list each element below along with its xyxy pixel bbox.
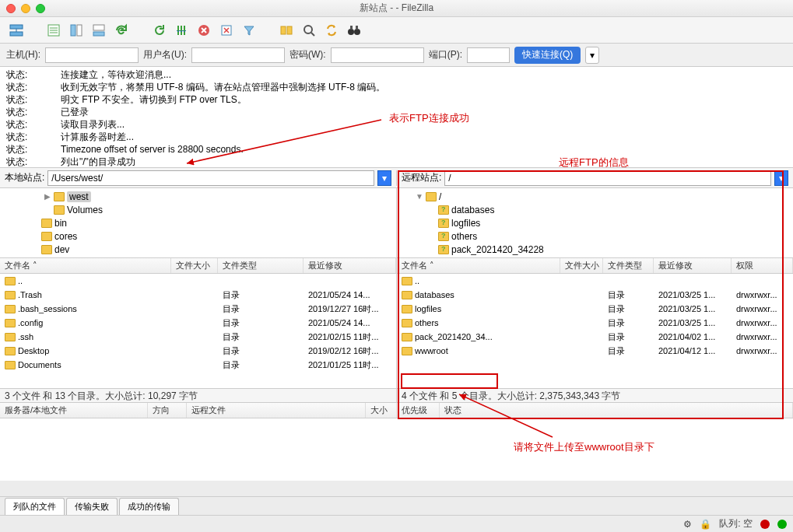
expand-icon[interactable]: ▶ (44, 192, 51, 201)
remote-col-name[interactable]: 文件名 ˄ (397, 258, 560, 273)
svg-rect-1 (10, 32, 23, 36)
message-log[interactable]: 状态:连接建立，等待欢迎消息...状态:收到无效字节，将禁用 UTF-8 编码。… (0, 67, 793, 168)
minimize-button[interactable] (21, 4, 30, 13)
list-item[interactable]: pack_2021420_34...目录2021/04/02 1...drwxr… (397, 330, 793, 344)
sitemanager-icon[interactable] (6, 21, 26, 40)
remote-col-type[interactable]: 文件类型 (603, 258, 654, 273)
sync-icon[interactable] (321, 21, 342, 40)
gear-icon[interactable]: ⚙ (683, 519, 692, 530)
log-label: 状态: (6, 131, 61, 143)
list-item[interactable]: Desktop目录2019/02/12 16时... (0, 344, 396, 358)
local-col-mod[interactable]: 最近修改 (304, 258, 396, 273)
folder-icon (402, 277, 412, 285)
list-item[interactable]: Documents目录2021/01/25 11时... (0, 358, 396, 372)
list-item[interactable]: databases目录2021/03/25 1...drwxrwxr... (397, 288, 793, 302)
log-message: 列出"/"的目录成功 (61, 156, 135, 168)
disconnect-icon[interactable] (216, 21, 237, 40)
maximize-button[interactable] (36, 4, 45, 13)
local-col-size[interactable]: 文件大小 (171, 258, 218, 273)
tree-item[interactable]: dev (3, 243, 393, 256)
queue-col-status[interactable]: 状态 (440, 403, 793, 418)
tree-item[interactable]: logfiles (400, 216, 790, 229)
cancel-icon[interactable] (194, 21, 214, 40)
expand-icon[interactable]: ▼ (416, 192, 423, 201)
list-item[interactable]: .. (0, 274, 396, 288)
process-queue-icon[interactable] (171, 21, 191, 40)
remote-list-body[interactable]: ..databases目录2021/03/25 1...drwxrwxr...l… (397, 274, 793, 388)
remote-file-list: 文件名 ˄ 文件大小 文件类型 最近修改 权限 ..databases目录202… (396, 258, 793, 388)
queue-col-remote[interactable]: 远程文件 (187, 403, 366, 418)
filter-icon[interactable] (239, 21, 259, 40)
toggle-queue-icon[interactable] (89, 21, 109, 40)
tree-item[interactable]: Volumes (3, 203, 393, 216)
compare-icon[interactable] (276, 21, 296, 40)
folder-icon (438, 205, 449, 215)
local-path-input[interactable] (47, 170, 374, 186)
list-item[interactable]: wwwroot目录2021/04/12 1...drwxrwxr... (397, 344, 793, 358)
tab-success[interactable]: 成功的传输 (119, 498, 179, 515)
quickconnect-history-dropdown[interactable]: ▾ (585, 47, 599, 64)
list-item[interactable]: .bash_sessions目录2019/12/27 16时... (0, 302, 396, 316)
queue-body[interactable] (0, 418, 793, 481)
tree-item[interactable]: ▼/ (400, 190, 790, 203)
user-input[interactable] (191, 47, 285, 63)
remote-tree[interactable]: ▼/databaseslogfilesotherspack_2021420_34… (396, 188, 793, 257)
list-item[interactable]: .. (397, 274, 793, 288)
log-message: 读取目录列表... (61, 118, 125, 131)
port-input[interactable] (467, 47, 510, 63)
tab-failed[interactable]: 传输失败 (66, 498, 118, 515)
tree-label: bin (54, 218, 67, 229)
folder-icon (41, 245, 52, 254)
remote-path-dropdown[interactable]: ▾ (774, 170, 788, 186)
folder-icon (5, 291, 16, 299)
binoculars-icon[interactable] (344, 21, 364, 40)
folder-icon (54, 205, 65, 215)
local-col-name[interactable]: 文件名 ˄ (0, 258, 171, 273)
queue-col-server[interactable]: 服务器/本地文件 (0, 403, 148, 418)
remote-path-label: 远程站点: (402, 171, 441, 184)
folder-icon (402, 333, 412, 341)
queue-col-dir[interactable]: 方向 (148, 403, 187, 418)
tree-item[interactable]: others (400, 229, 790, 243)
host-input[interactable] (45, 47, 139, 63)
close-button[interactable] (6, 4, 16, 13)
local-list-body[interactable]: ...Trash目录2021/05/24 14....bash_sessions… (0, 274, 396, 388)
tree-item[interactable]: bin (3, 216, 393, 229)
toggle-log-icon[interactable] (44, 21, 64, 40)
list-item[interactable]: .Trash目录2021/05/24 14... (0, 288, 396, 302)
list-item[interactable]: .config目录2021/05/24 14... (0, 316, 396, 330)
lock-icon[interactable]: 🔒 (700, 519, 711, 530)
folder-icon (5, 333, 16, 341)
tree-item[interactable]: ▶west (3, 190, 393, 203)
tree-item[interactable]: databases (400, 203, 790, 216)
toolbar (0, 17, 793, 44)
pass-input[interactable] (331, 47, 424, 63)
tree-label: others (451, 231, 477, 242)
quickconnect-button[interactable]: 快速连接(Q) (514, 47, 581, 64)
list-item[interactable]: .ssh目录2021/02/15 11时... (0, 330, 396, 344)
reconnect-icon[interactable] (149, 21, 169, 40)
remote-path-input[interactable] (444, 170, 771, 186)
tree-label: dev (54, 244, 69, 255)
refresh-icon[interactable] (111, 21, 132, 40)
list-item[interactable]: logfiles目录2021/03/25 1...drwxrwxr... (397, 302, 793, 316)
user-label: 用户名(U): (143, 48, 187, 61)
log-label: 状态: (6, 93, 61, 106)
remote-col-mod[interactable]: 最近修改 (654, 258, 732, 273)
queue-col-prio[interactable]: 优先级 (397, 403, 440, 418)
folder-icon (438, 232, 449, 241)
remote-col-perm[interactable]: 权限 (732, 258, 793, 273)
tab-queued[interactable]: 列队的文件 (5, 498, 65, 515)
local-col-type[interactable]: 文件类型 (218, 258, 304, 273)
list-item[interactable]: others目录2021/03/25 1...drwxrwxr... (397, 316, 793, 330)
log-label: 状态: (6, 106, 61, 118)
local-tree[interactable]: ▶westVolumesbincoresdev (0, 188, 396, 257)
queue-col-size[interactable]: 大小 (366, 403, 397, 418)
remote-col-size[interactable]: 文件大小 (560, 258, 603, 273)
search-icon[interactable] (299, 21, 319, 40)
toggle-tree-icon[interactable] (66, 21, 86, 40)
folder-icon (5, 277, 16, 285)
tree-item[interactable]: cores (3, 229, 393, 243)
local-path-dropdown[interactable]: ▾ (377, 170, 391, 186)
tree-item[interactable]: pack_2021420_34228 (400, 243, 790, 256)
